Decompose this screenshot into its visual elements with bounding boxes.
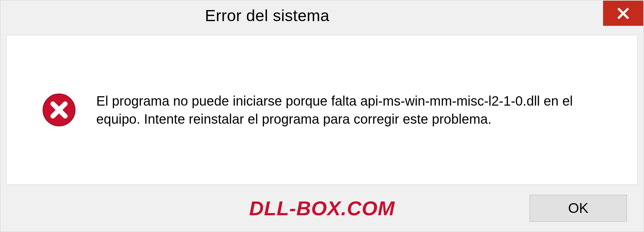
- dialog-title: Error del sistema: [0, 0, 329, 25]
- system-error-dialog: Error del sistema El programa no puede i…: [0, 0, 644, 232]
- dialog-titlebar: Error del sistema: [0, 0, 644, 29]
- dialog-footer: DLL-BOX.COM OK: [0, 185, 644, 232]
- close-button[interactable]: [603, 1, 643, 26]
- close-icon: [617, 7, 630, 20]
- ok-button[interactable]: OK: [530, 195, 627, 222]
- error-icon: [42, 93, 76, 127]
- dialog-body: El programa no puede iniciarse porque fa…: [6, 35, 638, 185]
- dialog-message: El programa no puede iniciarse porque fa…: [96, 92, 614, 128]
- watermark-text: DLL-BOX.COM: [249, 197, 395, 220]
